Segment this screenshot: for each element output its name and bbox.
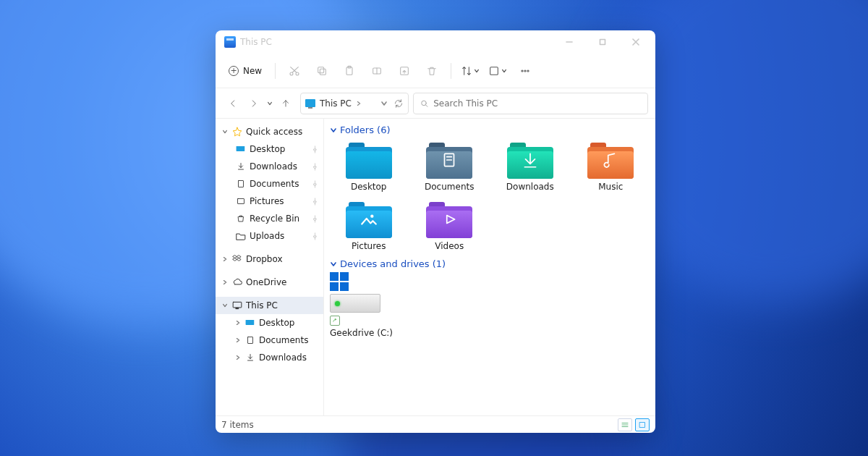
drive-tile-c[interactable]: Geekdrive (C:) — [330, 272, 395, 338]
folder-tile-desktop[interactable]: Desktop — [330, 138, 408, 195]
chevron-right-icon — [222, 256, 228, 262]
sidebar-item-dropbox[interactable]: Dropbox — [216, 250, 323, 268]
sidebar-item-documents[interactable]: Documents — [216, 175, 323, 193]
svg-rect-27 — [248, 337, 253, 344]
share-button[interactable] — [393, 59, 416, 83]
svg-rect-21 — [237, 146, 245, 151]
svg-rect-22 — [239, 181, 244, 187]
sidebar-item-onedrive[interactable]: OneDrive — [216, 274, 323, 291]
search-box[interactable] — [413, 93, 648, 114]
recent-locations-button[interactable] — [265, 93, 275, 114]
view-button[interactable] — [486, 59, 509, 83]
sidebar-item-this-pc[interactable]: This PC — [216, 297, 323, 314]
sidebar-item-label: Recycle Bin — [250, 214, 299, 224]
group-header-label: Devices and drives (1) — [340, 258, 446, 269]
maximize-button[interactable] — [586, 30, 619, 54]
onedrive-icon — [232, 277, 242, 287]
tile-label: Music — [598, 182, 623, 192]
delete-button[interactable] — [420, 59, 443, 83]
window-title: This PC — [240, 37, 272, 47]
chevron-right-icon — [356, 101, 362, 106]
folder-tile-videos[interactable]: Videos — [411, 198, 489, 254]
up-button[interactable] — [276, 93, 296, 114]
folder-tile-downloads[interactable]: Downloads — [491, 138, 569, 195]
chevron-down-icon[interactable] — [380, 100, 388, 107]
sidebar-item-pc-desktop[interactable]: Desktop — [216, 314, 323, 332]
minimize-button[interactable] — [553, 30, 586, 54]
item-count: 7 items — [221, 420, 254, 430]
pin-icon — [311, 198, 319, 206]
svg-point-5 — [296, 72, 299, 75]
svg-point-18 — [527, 69, 529, 71]
large-icons-view-button[interactable] — [635, 418, 650, 431]
chevron-down-icon — [330, 127, 337, 134]
sidebar-item-downloads[interactable]: Downloads — [216, 158, 323, 175]
pin-icon — [311, 145, 319, 153]
command-bar: + New — [216, 54, 655, 88]
search-icon — [420, 98, 429, 109]
close-button[interactable] — [619, 30, 652, 54]
pin-icon — [311, 232, 319, 240]
desktop-folder-icon — [346, 141, 392, 179]
search-input[interactable] — [433, 98, 642, 109]
documents-folder-icon — [426, 141, 472, 179]
address-bar[interactable]: This PC — [300, 93, 409, 114]
sidebar-item-uploads[interactable]: Uploads — [216, 227, 323, 245]
chevron-down-icon — [330, 261, 337, 268]
sidebar-item-pc-documents[interactable]: Documents — [216, 332, 323, 349]
sidebar-item-pc-downloads[interactable]: Downloads — [216, 349, 323, 366]
cut-button[interactable] — [283, 59, 306, 83]
folder-tile-music[interactable]: Music — [572, 138, 650, 195]
chevron-right-icon — [222, 279, 228, 285]
chevron-right-icon — [235, 337, 241, 343]
folder-tile-pictures[interactable]: Pictures — [330, 198, 408, 254]
folders-group-header[interactable]: Folders (6) — [330, 124, 650, 135]
copy-button[interactable] — [310, 59, 333, 83]
sidebar-item-recycle-bin[interactable]: Recycle Bin — [216, 210, 323, 227]
rename-button[interactable] — [365, 59, 388, 83]
sidebar-item-label: Uploads — [250, 231, 284, 241]
sidebar-item-label: Quick access — [246, 127, 302, 137]
pictures-folder-icon — [346, 200, 392, 238]
svg-rect-1 — [600, 40, 605, 45]
back-button[interactable] — [223, 93, 243, 114]
breadcrumb-segment[interactable]: This PC — [320, 98, 352, 109]
star-icon — [232, 127, 242, 137]
download-icon — [245, 353, 255, 362]
svg-rect-15 — [490, 67, 498, 75]
separator — [451, 63, 451, 79]
chevron-down-icon — [222, 129, 228, 135]
chevron-right-icon — [235, 320, 241, 326]
downloads-folder-icon — [507, 141, 553, 179]
pin-icon — [311, 163, 319, 171]
forward-button[interactable] — [244, 93, 264, 114]
sidebar-item-label: This PC — [246, 300, 278, 311]
content-pane: Folders (6) Desktop Documents — [324, 119, 655, 415]
tile-label: Pictures — [352, 241, 386, 251]
title-bar: This PC — [216, 30, 655, 54]
sidebar-item-desktop[interactable]: Desktop — [216, 140, 323, 158]
refresh-button[interactable] — [393, 98, 404, 109]
folder-icon — [236, 232, 246, 240]
sidebar-item-pictures[interactable]: Pictures — [216, 193, 323, 210]
svg-rect-35 — [640, 422, 645, 427]
drives-group-header[interactable]: Devices and drives (1) — [330, 258, 650, 269]
svg-point-31 — [370, 215, 373, 218]
this-pc-icon — [224, 36, 236, 48]
folder-tile-documents[interactable]: Documents — [411, 138, 489, 195]
pin-icon — [311, 180, 319, 188]
breadcrumb[interactable]: This PC — [320, 98, 362, 109]
sidebar-item-label: Pictures — [250, 196, 284, 206]
new-button[interactable]: + New — [223, 63, 268, 79]
sidebar-item-label: OneDrive — [246, 277, 286, 287]
details-view-button[interactable] — [618, 418, 632, 431]
paste-button[interactable] — [338, 59, 361, 83]
plus-icon: + — [229, 66, 239, 76]
sidebar-item-quick-access[interactable]: Quick access — [216, 123, 323, 140]
svg-point-17 — [524, 69, 526, 71]
sort-button[interactable] — [459, 59, 482, 83]
status-bar: 7 items — [216, 415, 655, 433]
separator — [275, 63, 276, 79]
more-button[interactable] — [514, 59, 537, 83]
sidebar-item-label: Documents — [259, 335, 308, 345]
